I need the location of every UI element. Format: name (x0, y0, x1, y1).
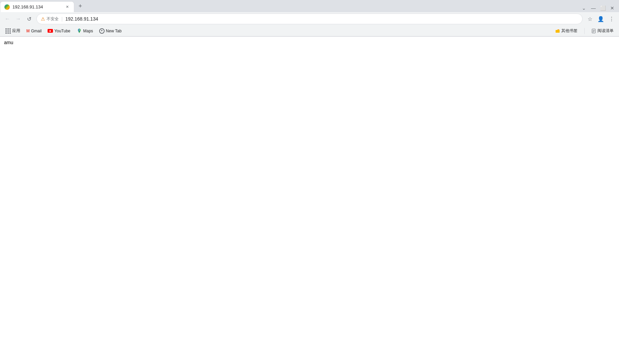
reading-list-label: 阅读清单 (597, 28, 614, 34)
youtube-play-icon (50, 30, 51, 32)
bookmarks-right: 其他书签 阅读清单 (553, 27, 616, 35)
address-separator: | (61, 16, 63, 22)
tab-favicon (4, 4, 10, 10)
other-bookmarks-label: 其他书签 (561, 28, 578, 34)
security-indicator[interactable]: ⚠ 不安全 (41, 16, 59, 22)
gmail-icon: M (26, 29, 30, 33)
menu-dots-icon: ⋮ (609, 16, 614, 22)
apps-label: 应用 (12, 28, 20, 34)
active-tab[interactable]: 192.168.91.134 ✕ (0, 1, 74, 12)
bookmark-newtab[interactable]: ✦ New Tab (96, 27, 124, 35)
chrome-favicon-icon (4, 4, 10, 10)
reload-icon: ↺ (27, 16, 31, 22)
address-bar[interactable]: ⚠ 不安全 | 192.168.91.134 (36, 13, 583, 24)
reload-button[interactable]: ↺ (24, 14, 34, 24)
address-text: 192.168.91.134 (65, 16, 578, 22)
youtube-label: YouTube (54, 29, 70, 33)
maps-label: Maps (83, 29, 93, 33)
forward-icon: → (16, 16, 21, 22)
bookmarks-divider (584, 28, 585, 34)
tab-title: 192.168.91.134 (12, 4, 62, 9)
warning-icon: ⚠ (41, 16, 45, 22)
youtube-icon (48, 29, 53, 33)
reading-list-icon (591, 29, 596, 33)
svg-rect-0 (556, 30, 560, 33)
newtab-label: New Tab (106, 29, 121, 33)
new-tab-button[interactable]: + (76, 1, 85, 11)
gmail-label: Gmail (31, 29, 41, 33)
apps-grid-icon (5, 28, 11, 34)
menu-button[interactable]: ⋮ (607, 14, 616, 24)
apps-button[interactable]: 应用 (3, 27, 23, 35)
close-window-button[interactable]: ✕ (608, 4, 616, 12)
page-content: amu (0, 37, 619, 364)
tab-bar-right: ⌄ — ⬜ ✕ (86, 4, 619, 12)
restore-button[interactable]: ⬜ (599, 4, 607, 12)
other-bookmarks-button[interactable]: 其他书签 (553, 27, 580, 35)
browser-chrome: 192.168.91.134 ✕ + ⌄ — ⬜ ✕ ← → ↺ ⚠ 不安全 |… (0, 0, 619, 37)
bookmark-youtube[interactable]: YouTube (45, 27, 73, 35)
page-body-text: amu (4, 40, 13, 45)
bookmark-maps[interactable]: Maps (74, 27, 96, 35)
tab-close-button[interactable]: ✕ (64, 4, 70, 10)
toolbar: ← → ↺ ⚠ 不安全 | 192.168.91.134 ☆ 👤 ⋮ (0, 12, 619, 26)
security-text: 不安全 (47, 16, 59, 22)
back-button[interactable]: ← (3, 14, 12, 24)
maps-icon (77, 28, 82, 34)
newtab-icon: ✦ (99, 28, 105, 34)
minimize-button[interactable]: — (589, 4, 597, 12)
star-icon: ☆ (588, 16, 592, 22)
folder-icon (555, 29, 560, 33)
toolbar-right: ☆ 👤 ⋮ (585, 14, 616, 24)
bookmark-gmail[interactable]: M Gmail (24, 27, 44, 35)
bookmarks-bar: 应用 M Gmail YouTube Maps ✦ New (0, 26, 619, 36)
tab-list-button[interactable]: ⌄ (580, 4, 588, 12)
bookmark-star-button[interactable]: ☆ (585, 14, 595, 24)
profile-icon: 👤 (597, 16, 604, 22)
tab-bar: 192.168.91.134 ✕ + ⌄ — ⬜ ✕ (0, 0, 619, 12)
profile-button[interactable]: 👤 (596, 14, 606, 24)
reading-list-button[interactable]: 阅读清单 (589, 27, 616, 35)
back-icon: ← (5, 16, 10, 22)
forward-button[interactable]: → (13, 14, 23, 24)
